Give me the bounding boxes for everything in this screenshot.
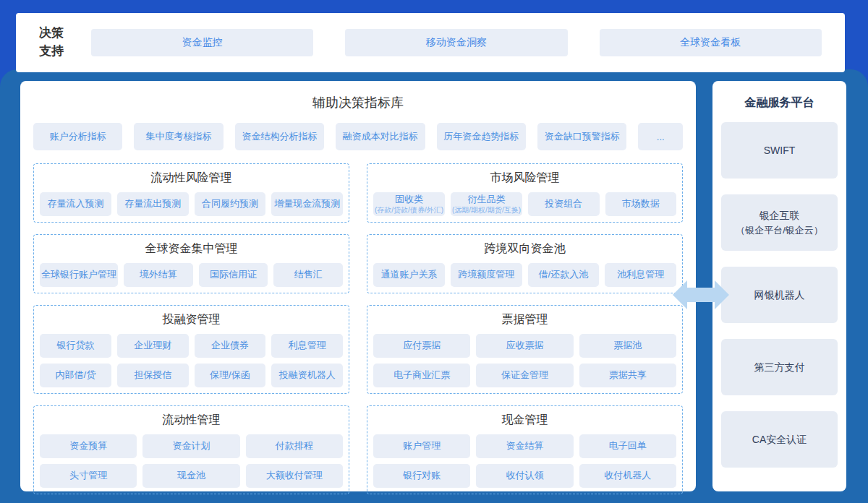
module-chip[interactable]: 跨境额度管理 [451,263,522,287]
panel-title: 辅助决策指标库 [33,94,683,111]
module-section: 流动性管理 资金预算 资金计划 [33,405,349,494]
module-chip[interactable]: 借/还款入池 [528,263,600,287]
module-chip[interactable]: 增量现金流预测 [271,192,343,216]
chip-label: 衍生品类 [468,194,506,205]
section-chips: 账户管理 资金结算 电子回单 [373,434,676,488]
module-chip[interactable]: 收付机器人 [579,464,676,488]
module-chip[interactable]: 市场数据 [605,192,677,216]
module-chip[interactable]: 投融资机器人 [271,364,343,387]
chip-label: 大额收付管理 [266,470,323,481]
module-chip[interactable]: 利息管理 [271,334,343,358]
module-chip[interactable]: 结售汇 [273,263,343,287]
module-chip[interactable]: 银行对账 [373,464,470,488]
section-chips: 银行贷款 企业理财 企业债券 [40,334,343,387]
chip-label: 票据共享 [609,369,647,381]
indicator-chip[interactable]: 融资成本对比指标 [336,123,425,150]
module-section: 全球资金集中管理 全球银行账户管理 境外结算 [33,234,349,293]
module-section: 跨境双向资金池 通道账户关系 跨境额度管理 [367,234,683,293]
section-chips: 资金预算 资金计划 付款排程 [40,434,343,488]
module-section: 市场风险管理 固收类 (存款/贷款/债券/外汇) 衍生品类 (远期/期权/期货/… [367,163,683,223]
module-chip[interactable]: 通道账户关系 [373,263,445,287]
chip-label: 全球银行账户管理 [41,269,116,280]
section-chips: 通道账户关系 跨境额度管理 借/还款入池 [373,263,676,287]
module-chip[interactable]: 银行贷款 [40,334,111,358]
indicator-chip[interactable]: 资金结构分析指标 [235,123,324,150]
decision-support-label: 决策支持 [39,25,71,60]
module-chip[interactable]: 应收票据 [476,334,573,358]
module-chip[interactable]: 账户管理 [373,434,470,458]
section-title: 流动性风险管理 [40,171,343,186]
service-item[interactable]: 第三方支付 [721,339,838,395]
module-chip[interactable]: 存量流出预测 [117,192,189,216]
module-chip[interactable]: 担保授信 [117,364,189,387]
decision-support-bar: 决策支持 资金监控 移动资金洞察 全球资金看板 [16,13,845,72]
module-chip[interactable]: 全球银行账户管理 [40,263,118,287]
indicator-chip[interactable]: ... [638,123,683,150]
module-chip[interactable]: 大额收付管理 [246,464,343,488]
module-chip[interactable]: 保理/保函 [195,364,266,387]
module-chip[interactable]: 投资组合 [528,192,600,216]
section-title: 现金管理 [373,413,676,428]
module-chip[interactable]: 票据共享 [579,364,676,387]
indicator-chip[interactable]: 资金缺口预警指标 [537,123,626,150]
module-chip[interactable]: 应付票据 [373,334,470,358]
module-chip[interactable]: 收付认领 [476,464,573,488]
module-chip[interactable]: 企业理财 [117,334,189,358]
module-chip[interactable]: 票据池 [579,334,676,358]
financial-services-panel: 金融服务平台 SWIFT 银企互联 （银企平台/银企云） 网银机器人 第三方支付 [712,81,846,491]
service-item[interactable]: SWIFT [721,122,838,179]
service-item[interactable]: 银企互联 （银企平台/银企云） [721,194,838,251]
indicator-chip[interactable]: 集中度考核指标 [134,123,223,150]
chip-label: 通道账户关系 [380,269,437,280]
module-chip[interactable]: 存量流入预测 [40,192,111,216]
module-chip[interactable]: 资金结算 [476,434,573,458]
section-title: 流动性管理 [40,413,343,428]
service-label: SWIFT [764,142,796,158]
module-chip[interactable]: 内部借/贷 [40,364,111,387]
chip-label: 头寸管理 [69,470,107,481]
module-chip[interactable]: 现金池 [142,464,239,488]
chip-label: 内部借/贷 [56,369,96,381]
module-chip[interactable]: 池利息管理 [605,263,676,287]
chip-label: 结售汇 [294,269,323,280]
service-item[interactable]: CA安全认证 [721,411,838,468]
indicator-chip[interactable]: 账户分析指标 [33,123,122,150]
chip-label: 资金预算 [69,440,107,452]
module-chip[interactable]: 合同履约预测 [195,192,266,216]
chip-label: 付款排程 [276,440,313,452]
topbar-button[interactable]: 移动资金洞察 [345,29,567,56]
module-chip[interactable]: 资金预算 [40,434,137,458]
module-chip[interactable]: 衍生品类 (远期/期权/期货/互换) [451,192,522,216]
chip-label: 银行对账 [403,470,441,481]
indicator-row: 账户分析指标 集中度考核指标 资金结构分析指标 融资成本对比指标 历年资金趋势指… [33,123,683,150]
module-chip[interactable]: 国际信用证 [199,263,268,287]
module-chip[interactable]: 电子商业汇票 [373,364,470,387]
chip-sublabel: (存款/贷款/债券/外汇) [375,206,443,215]
chip-label: 保证金管理 [501,369,548,381]
chip-label: 池利息管理 [617,269,664,280]
chip-label: 资金结算 [506,440,543,452]
chip-label: 企业理财 [134,340,171,351]
chip-label: 境外结算 [140,269,177,280]
chip-label: 借/还款入池 [539,269,589,280]
module-chip[interactable]: 头寸管理 [40,464,137,488]
module-chip[interactable]: 境外结算 [124,263,193,287]
topbar-button[interactable]: 资金监控 [91,29,313,56]
module-chip[interactable]: 企业债券 [195,334,266,358]
chip-label: 固收类 [395,194,423,205]
section-title: 市场风险管理 [373,171,676,186]
module-chip[interactable]: 付款排程 [246,434,343,458]
indicator-chip[interactable]: 历年资金趋势指标 [437,123,526,150]
module-chip[interactable]: 保证金管理 [476,364,573,387]
module-chip[interactable]: 电子回单 [579,434,676,458]
service-item[interactable]: 网银机器人 [721,267,838,323]
module-chip[interactable]: 资金计划 [142,434,239,458]
indicator-library-panel: 辅助决策指标库 账户分析指标 集中度考核指标 资金结构分析指标 融资成本对比指标… [20,81,696,491]
chip-sublabel: (远期/期权/期货/互换) [452,206,521,215]
section-title: 投融资管理 [40,312,343,327]
module-sections: 流动性风险管理 存量流入预测 存量流出预测 [33,163,683,494]
services-title: 金融服务平台 [721,95,838,111]
topbar-button[interactable]: 全球资金看板 [600,29,822,56]
module-chip[interactable]: 固收类 (存款/贷款/债券/外汇) [373,192,445,216]
chip-label: 票据池 [613,340,642,351]
